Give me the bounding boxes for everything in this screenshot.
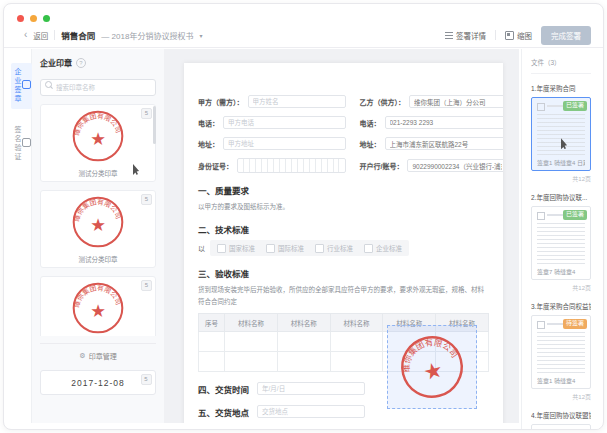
sign-details-button[interactable]: 签署详情 (445, 30, 486, 41)
svg-text:★: ★ (421, 357, 445, 385)
field-label: 乙方（供方）： (360, 97, 406, 107)
document-title: 销售合同 (61, 29, 95, 41)
file-stats: 签章7 骑缝章4 (537, 265, 585, 276)
table-cell[interactable] (330, 332, 383, 352)
seal-count-badge: 5 (141, 280, 152, 291)
tab-signature-verify[interactable]: 签名验证 (11, 121, 32, 167)
field-label: 开户行/账号： (360, 161, 404, 171)
party-form: 甲方（需方）： 乙方（供方）： 电话： 电话： 地址： 地址： 身份证号： 开户… (198, 95, 489, 173)
finish-sign-button[interactable]: 完成签署 (541, 26, 591, 45)
chevron-down-icon[interactable]: ▾ (199, 32, 202, 39)
file-stats: 签章1 骑缝章4 (537, 374, 585, 385)
checkbox-international-standard[interactable]: 国际标准 (266, 243, 304, 253)
placed-company-seal-image: 维你集团有限公司 ★ (392, 327, 472, 407)
party-b-bank-input[interactable] (407, 159, 503, 172)
thumbnail-icon (505, 31, 514, 40)
party-a-address-input[interactable] (223, 137, 346, 150)
file-thumbnail-4[interactable] (531, 424, 591, 429)
gear-icon: ⚙ (79, 352, 85, 360)
section-title-delivery-place: 五、交货地点 (198, 406, 249, 418)
left-sidebar: 企业签章 签名验证 企业印章 ? 5 (12, 49, 164, 423)
thumb-text-lines (537, 114, 585, 156)
minimize-window-button[interactable] (30, 15, 37, 22)
tech-prefix: 以 (198, 243, 205, 253)
party-a-name-input[interactable] (248, 95, 346, 108)
file-page-count: 共12页 (531, 174, 591, 183)
file-stats: 签章1 骑缝章4 日期6 (537, 156, 585, 167)
file-page-count: 共12页 (531, 392, 591, 401)
section-title-acceptance: 三、验收标准 (198, 267, 489, 279)
id-number-comb[interactable] (237, 158, 346, 173)
thumb-text-lines (537, 332, 585, 374)
delivery-time-input[interactable] (257, 382, 365, 395)
tech-options: 国家标准 国际标准 行业标准 企业标准 (210, 240, 409, 256)
table-cell[interactable] (199, 352, 225, 372)
field-label: 身份证号： (198, 161, 233, 171)
chevron-left-icon: ‹ (24, 30, 27, 40)
back-button[interactable]: 返回 (33, 30, 48, 41)
document-canvas: 甲方（需方）： 乙方（供方）： 电话： 电话： 地址： 地址： 身份证号： 开户… (164, 49, 519, 423)
close-window-button[interactable] (17, 15, 24, 22)
file-name: 1.年度采购合同 (531, 83, 591, 93)
table-cell[interactable] (199, 332, 225, 352)
date-stamp-card[interactable]: 2017-12-08 5 (40, 370, 156, 395)
field-label: 甲方（需方）： (198, 97, 244, 107)
file-thumbnail-1[interactable]: 已签署 签章1 骑缝章4 日期6 (531, 97, 591, 171)
screenshot-stage: ‹ 返回 销售合同 — 2018年分销协议授权书 ▾ 签署详情 缩图 完成签署 (0, 0, 607, 433)
table-header: 材料名称 (277, 314, 330, 332)
document-subtitle: — 2018年分销协议授权书 (101, 30, 193, 41)
table-cell[interactable] (277, 332, 330, 352)
placed-seal-field[interactable]: 维你集团有限公司 ★ (387, 325, 477, 409)
file-thumbnail-2[interactable]: 已签署 签章7 骑缝章4 (531, 206, 591, 280)
checkbox-icon (315, 244, 324, 253)
party-b-address-input[interactable] (385, 137, 504, 150)
section-body-quality: 以甲方的要求及图纸标示为准。 (198, 201, 489, 212)
window-controls (17, 15, 50, 22)
contract-page: 甲方（需方）： 乙方（供方）： 电话： 电话： 地址： 地址： 身份证号： 开户… (184, 63, 503, 423)
table-cell[interactable] (225, 352, 278, 372)
seal-count-badge: 5 (141, 194, 152, 205)
table-cell[interactable] (277, 352, 330, 372)
checkbox-national-standard[interactable]: 国家标准 (217, 243, 255, 253)
svg-text:★: ★ (90, 129, 106, 149)
party-b-name-input[interactable] (409, 95, 503, 108)
seal-card[interactable]: 5 维你集团有限公司 ★ 测试分类印章 (40, 104, 156, 182)
status-badge: 已签署 (563, 101, 587, 111)
file-name: 2.年度回购协议联... (531, 192, 591, 202)
seal-panel-title: 企业印章 ? (40, 57, 156, 68)
thumbnail-toggle-button[interactable]: 缩图 (505, 30, 532, 41)
section-title-quality: 一、质量要求 (198, 184, 489, 196)
app-window: ‹ 返回 销售合同 — 2018年分销协议授权书 ▾ 签署详情 缩图 完成签署 (3, 3, 604, 430)
section-body-acceptance: 货到现场安装完毕后开始验收，所供应的全部家具应符合甲方的要求，要求外观无瑕疵，规… (198, 284, 489, 307)
party-b-phone-input[interactable] (385, 116, 504, 129)
checkbox-icon (266, 244, 275, 253)
table-cell[interactable] (330, 352, 383, 372)
thumb-text-lines (537, 223, 585, 265)
seal-panel: 企业印章 ? 5 维你集团有限公司 ★ 测试分类印章 (32, 49, 164, 423)
delivery-place-input[interactable] (257, 405, 365, 418)
table-header: 材料名称 (330, 314, 383, 332)
seal-search (40, 76, 156, 96)
seal-card[interactable]: 5 维你集团有限公司 ★ 测试分类印章 (40, 276, 156, 336)
help-icon[interactable]: ? (76, 58, 86, 68)
checkbox-enterprise-standard[interactable]: 企业标准 (364, 243, 402, 253)
company-seal-image: 维你集团有限公司 ★ (71, 109, 125, 163)
seal-search-input[interactable] (40, 79, 156, 96)
seal-count-badge: 5 (141, 108, 152, 119)
seal-icon (22, 80, 31, 89)
seal-manage-link[interactable]: ⚙ 印章管理 (40, 343, 156, 361)
maximize-window-button[interactable] (43, 15, 50, 22)
field-label: 电话： (198, 118, 219, 128)
party-a-phone-input[interactable] (223, 116, 346, 129)
divider (495, 30, 496, 40)
scrollbar[interactable] (153, 106, 156, 144)
checkbox-industry-standard[interactable]: 行业标准 (315, 243, 353, 253)
tech-standard-row: 以 国家标准 国际标准 行业标准 企业标准 (198, 240, 489, 256)
file-thumbnail-3[interactable]: 待签署 签章1 骑缝章4 (531, 315, 591, 389)
tab-enterprise-seal[interactable]: 企业签章 (11, 63, 32, 109)
seal-card[interactable]: 5 维你集团有限公司 ★ 测试分类印章 (40, 190, 156, 268)
signature-icon (22, 138, 31, 147)
table-cell[interactable] (225, 332, 278, 352)
status-badge: 已签署 (563, 210, 587, 220)
top-header: ‹ 返回 销售合同 — 2018年分销协议授权书 ▾ 签署详情 缩图 完成签署 (4, 23, 603, 48)
